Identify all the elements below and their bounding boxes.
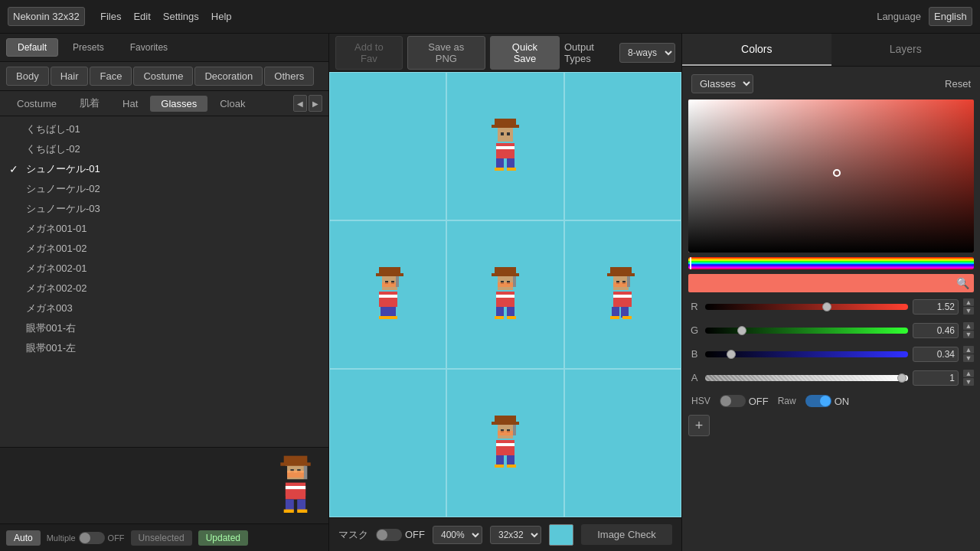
- eyedropper-icon[interactable]: 🔍: [956, 277, 969, 289]
- raw-toggle: ON: [805, 395, 850, 407]
- hsv-toggle-track[interactable]: [720, 395, 746, 407]
- raw-toggle-track[interactable]: [805, 395, 831, 407]
- hsv-raw-row: HSV OFF Raw ON: [688, 392, 974, 410]
- list-item[interactable]: 眼帯001-右: [0, 318, 328, 338]
- add-color-button[interactable]: +: [688, 415, 710, 436]
- item-label: シュノーケル-02: [26, 182, 100, 196]
- save-as-png-button[interactable]: Save as PNG: [407, 36, 485, 70]
- language-select[interactable]: English: [929, 7, 972, 26]
- sub-tab-costume[interactable]: Costume: [6, 96, 67, 112]
- list-item[interactable]: メガネ003: [0, 298, 328, 318]
- r-spin-down[interactable]: ▼: [963, 307, 974, 315]
- svg-rect-65: [613, 295, 632, 298]
- arrow-left[interactable]: ◀: [293, 95, 307, 112]
- item-label: メガネ003: [26, 302, 73, 315]
- add-to-fav-button[interactable]: Add to Fav: [335, 36, 403, 70]
- menu-edit[interactable]: Edit: [133, 11, 150, 22]
- app-title-select[interactable]: Nekonin 32x32: [8, 7, 85, 26]
- size-select[interactable]: 32x32: [490, 526, 541, 544]
- list-item[interactable]: メガネ001-02: [0, 239, 328, 259]
- list-item[interactable]: シュノーケル-03: [0, 199, 328, 219]
- color-preview-box[interactable]: [549, 524, 573, 546]
- svg-rect-41: [376, 273, 403, 276]
- r-input[interactable]: [913, 299, 959, 315]
- b-row: B ▲ ▼: [688, 344, 974, 364]
- raw-toggle-knob: [820, 396, 831, 406]
- quick-save-button[interactable]: Quick Save: [490, 36, 560, 70]
- preset-tab-favorites[interactable]: Favorites: [119, 38, 179, 57]
- tab-layers[interactable]: Layers: [831, 34, 981, 66]
- svg-rect-73: [607, 273, 635, 276]
- svg-rect-95: [507, 465, 516, 468]
- svg-rect-18: [496, 143, 514, 158]
- cat-others[interactable]: Others: [264, 67, 314, 86]
- preview-character: [269, 455, 322, 517]
- arrow-right[interactable]: ▶: [309, 95, 322, 112]
- sub-tab-hadagi[interactable]: 肌着: [69, 94, 110, 112]
- b-spin-up[interactable]: ▲: [963, 346, 974, 354]
- g-input[interactable]: [913, 323, 959, 338]
- cat-hair[interactable]: Hair: [51, 67, 89, 86]
- list-item[interactable]: メガネ002-01: [0, 259, 328, 279]
- raw-label: Raw: [778, 396, 796, 406]
- color-selector[interactable]: Glasses: [691, 74, 753, 93]
- r-thumb[interactable]: [822, 302, 831, 311]
- a-thumb[interactable]: [897, 373, 906, 383]
- cat-costume[interactable]: Costume: [133, 67, 193, 86]
- tab-colors[interactable]: Colors: [682, 34, 831, 66]
- current-color-swatch[interactable]: 🔍: [688, 274, 974, 292]
- r-spin-up[interactable]: ▲: [963, 298, 974, 306]
- svg-rect-89: [492, 422, 519, 425]
- hue-slider[interactable]: [688, 257, 974, 269]
- hue-indicator: [690, 257, 691, 269]
- b-spin-down[interactable]: ▼: [963, 354, 974, 362]
- svg-rect-47: [388, 316, 397, 319]
- menu-settings[interactable]: Settings: [163, 11, 199, 22]
- list-item[interactable]: メガネ001-01: [0, 219, 328, 239]
- auto-button[interactable]: Auto: [6, 530, 41, 546]
- sub-tab-hat[interactable]: Hat: [112, 96, 149, 112]
- b-input[interactable]: [913, 347, 959, 362]
- svg-rect-50: [496, 301, 514, 304]
- svg-rect-64: [613, 292, 632, 307]
- list-item[interactable]: くちばし-02: [0, 139, 328, 159]
- a-spin-down[interactable]: ▼: [963, 378, 974, 386]
- add-color-row: +: [688, 415, 974, 436]
- a-slider-track: [705, 375, 908, 381]
- list-item[interactable]: 眼帯001-左: [0, 338, 328, 358]
- cat-decoration[interactable]: Decoration: [194, 67, 263, 86]
- sub-tab-cloak[interactable]: Cloak: [209, 96, 256, 112]
- menu-help[interactable]: Help: [211, 11, 232, 22]
- image-check-button[interactable]: Image Check: [581, 524, 672, 545]
- preset-tab-default[interactable]: Default: [6, 38, 58, 57]
- preset-tab-presets[interactable]: Presets: [61, 38, 116, 57]
- output-types-select[interactable]: 8-ways: [619, 43, 675, 63]
- list-item[interactable]: シュノーケル-02: [0, 179, 328, 199]
- list-item[interactable]: くちばし-01: [0, 119, 328, 139]
- svg-rect-3: [286, 489, 305, 492]
- svg-rect-79: [622, 316, 632, 319]
- g-thumb[interactable]: [737, 326, 746, 335]
- g-spin-up[interactable]: ▲: [963, 322, 974, 330]
- svg-rect-76: [613, 282, 627, 287]
- list-item[interactable]: メガネ002-02: [0, 279, 328, 298]
- list-item-selected[interactable]: ✓ シュノーケル-01: [0, 159, 328, 179]
- svg-rect-82: [496, 449, 514, 452]
- reset-button[interactable]: Reset: [945, 78, 971, 90]
- g-spin-down[interactable]: ▼: [963, 331, 974, 338]
- zoom-select[interactable]: 400%: [433, 526, 482, 544]
- menu-files[interactable]: Files: [100, 11, 121, 22]
- multiple-toggle-track[interactable]: [79, 532, 105, 544]
- a-input[interactable]: [913, 370, 959, 386]
- language-label: Language: [877, 11, 921, 22]
- b-thumb[interactable]: [727, 350, 736, 359]
- color-panel: Glasses Reset: [682, 67, 980, 442]
- cat-body[interactable]: Body: [6, 67, 49, 86]
- cat-face[interactable]: Face: [90, 67, 132, 86]
- canvas-bottom: マスク OFF 400% 32x32 Image Check: [329, 517, 681, 551]
- a-spin-up[interactable]: ▲: [963, 370, 974, 377]
- sub-tab-glasses[interactable]: Glasses: [150, 96, 207, 112]
- color-gradient-box[interactable]: [688, 99, 974, 253]
- svg-rect-23: [498, 126, 513, 142]
- mask-toggle-track[interactable]: [376, 529, 402, 541]
